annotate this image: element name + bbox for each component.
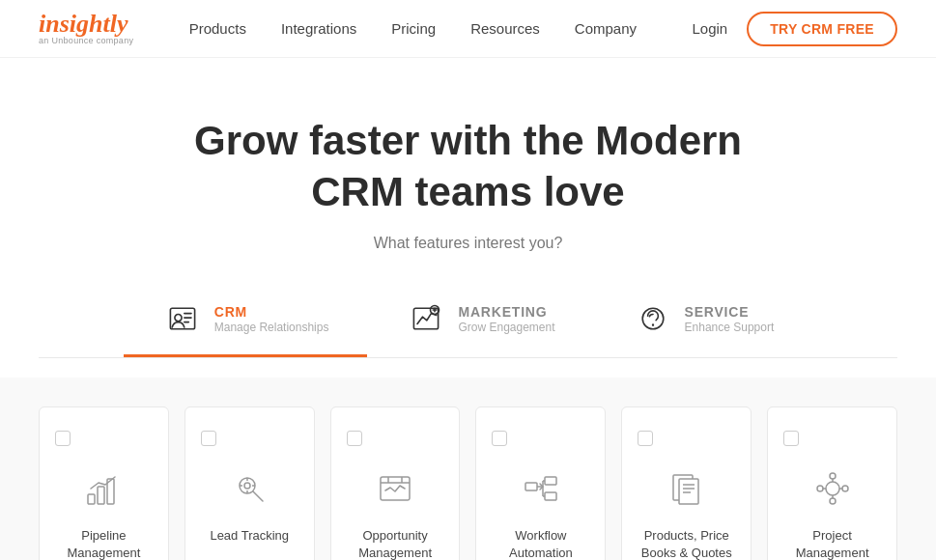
card-workflow-label: Workflow Automation	[492, 527, 589, 560]
tab-marketing-desc: Grow Engagement	[458, 321, 554, 334]
svg-rect-31	[679, 479, 698, 504]
card-checkbox-pipeline[interactable]	[55, 431, 71, 446]
crm-icon	[162, 298, 203, 339]
main-nav: Products Integrations Pricing Resources …	[189, 20, 637, 37]
svg-rect-22	[525, 483, 537, 490]
card-checkbox-products[interactable]	[638, 431, 653, 446]
svg-point-37	[830, 498, 836, 504]
svg-rect-0	[170, 308, 194, 329]
tab-service-label: SERVICE	[685, 304, 775, 320]
tabs-divider	[39, 357, 897, 358]
card-pipeline-label: Pipeline Management	[55, 527, 153, 560]
svg-point-13	[244, 483, 250, 489]
svg-point-35	[826, 482, 839, 495]
tab-crm[interactable]: CRM Manage Relationships	[124, 287, 368, 357]
hero-heading: Grow faster with the Modern CRM teams lo…	[39, 116, 897, 217]
login-link[interactable]: Login	[692, 20, 727, 37]
tab-crm-label: CRM	[214, 304, 329, 320]
nav-resources[interactable]: Resources	[470, 20, 540, 37]
tab-crm-desc: Manage Relationships	[214, 321, 329, 334]
nav-integrations[interactable]: Integrations	[281, 20, 356, 37]
tab-marketing[interactable]: MARKETING Grow Engagement	[367, 287, 593, 357]
header: insightly an Unbounce company Products I…	[0, 0, 936, 58]
feature-tabs: CRM Manage Relationships MARKETING Grow …	[39, 287, 897, 357]
header-actions: Login TRY CRM FREE	[692, 12, 897, 46]
pipeline-icon	[80, 465, 127, 512]
logo-text: insightly	[39, 12, 128, 37]
opportunity-icon	[372, 465, 418, 512]
nav-products[interactable]: Products	[189, 20, 246, 37]
card-products-label: Products, Price Books & Quotes	[638, 527, 735, 560]
card-pipeline[interactable]: Pipeline Management	[39, 406, 169, 560]
hero-subheading: What features interest you?	[39, 235, 897, 252]
svg-rect-9	[98, 487, 104, 504]
nav-company[interactable]: Company	[575, 20, 637, 37]
service-icon	[633, 298, 673, 339]
card-lead-label: Lead Tracking	[201, 527, 298, 545]
hero-section: Grow faster with the Modern CRM teams lo…	[0, 58, 936, 378]
svg-point-39	[842, 486, 848, 491]
products-icon	[664, 465, 710, 512]
project-icon	[809, 465, 856, 512]
logo[interactable]: insightly an Unbounce company	[39, 12, 133, 45]
nav-pricing[interactable]: Pricing	[391, 20, 436, 37]
workflow-icon	[518, 465, 564, 512]
svg-rect-24	[545, 492, 556, 500]
card-checkbox-project[interactable]	[783, 431, 799, 446]
card-opportunity-label: Opportunity Management	[347, 527, 444, 560]
card-opportunity[interactable]: Opportunity Management	[330, 406, 461, 560]
card-lead-tracking[interactable]: Lead Tracking	[184, 406, 315, 560]
tab-service[interactable]: SERVICE Enhance Support	[594, 287, 813, 357]
card-project-label: Project Management	[783, 527, 881, 560]
svg-line-12	[253, 491, 263, 501]
card-products[interactable]: Products, Price Books & Quotes	[621, 406, 752, 560]
tab-marketing-label: MARKETING	[458, 304, 554, 320]
svg-point-1	[175, 315, 182, 322]
svg-point-38	[817, 486, 823, 491]
svg-rect-23	[545, 477, 556, 485]
card-workflow[interactable]: Workflow Automation	[475, 406, 606, 560]
card-checkbox-workflow[interactable]	[492, 431, 507, 446]
card-checkbox-lead[interactable]	[201, 431, 216, 446]
cards-section: Pipeline Management Lead Tracking	[0, 378, 936, 560]
marketing-icon	[406, 298, 446, 339]
try-crm-button[interactable]: TRY CRM FREE	[747, 12, 897, 46]
card-checkbox-opportunity[interactable]	[347, 431, 362, 446]
svg-point-36	[830, 473, 836, 479]
logo-subtext: an Unbounce company	[39, 37, 133, 45]
cards-grid: Pipeline Management Lead Tracking	[39, 406, 897, 560]
tab-service-desc: Enhance Support	[685, 321, 775, 334]
svg-rect-8	[88, 494, 95, 504]
lead-tracking-icon	[226, 465, 272, 512]
card-project[interactable]: Project Management	[767, 406, 897, 560]
